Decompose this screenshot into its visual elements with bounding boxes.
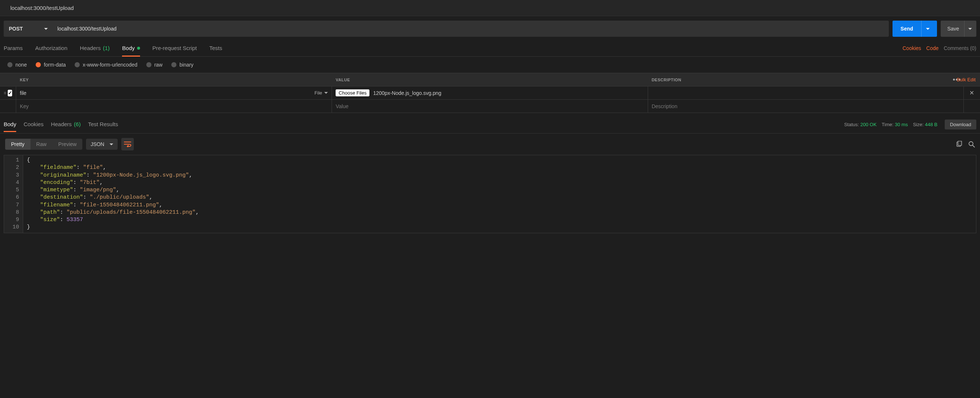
tab-tests[interactable]: Tests xyxy=(209,45,222,56)
description-placeholder: Description xyxy=(652,103,678,109)
resp-tab-test-results[interactable]: Test Results xyxy=(88,121,118,132)
chevron-down-icon xyxy=(110,144,113,145)
send-button[interactable]: Send xyxy=(892,21,937,37)
json-code[interactable]: { "fieldname": "file", "originalname": "… xyxy=(23,155,202,233)
send-button-label: Send xyxy=(900,26,913,32)
row-enable-checkbox[interactable]: ✓ xyxy=(8,90,12,96)
col-description: DESCRIPTION xyxy=(652,78,681,82)
bulk-edit-link[interactable]: Bulk Edit xyxy=(957,77,975,82)
form-data-table: KEY VALUE DESCRIPTION ••• Bulk Edit ≡ ✓ … xyxy=(0,73,980,113)
wrap-icon xyxy=(124,141,131,147)
view-mode-group: Pretty Raw Preview xyxy=(5,139,82,150)
response-tabs: Body Cookies Headers (6) Test Results St… xyxy=(0,113,980,134)
link-comments[interactable]: Comments (0) xyxy=(943,45,976,51)
svg-rect-1 xyxy=(958,141,962,145)
chevron-down-icon xyxy=(968,28,972,30)
response-body: 12345678910 { "fieldname": "file", "orig… xyxy=(4,155,976,233)
headers-count-badge: (1) xyxy=(103,45,110,51)
tab-pre-request[interactable]: Pre-request Script xyxy=(153,45,197,56)
key-placeholder: Key xyxy=(20,103,29,109)
view-raw[interactable]: Raw xyxy=(30,139,52,150)
request-url-input[interactable]: localhost:3000/testUpload xyxy=(53,21,889,37)
format-select[interactable]: JSON xyxy=(86,139,117,150)
request-tabs: Params Authorization Headers (1) Body Pr… xyxy=(0,40,980,57)
table-row: ≡ ✓ file File Choose Files 1200px-Node.j… xyxy=(0,86,980,100)
chevron-down-icon xyxy=(44,28,48,30)
tab-headers[interactable]: Headers (1) xyxy=(80,45,110,56)
save-button[interactable]: Save xyxy=(941,21,976,37)
body-type-none[interactable]: none xyxy=(7,62,27,68)
save-button-label: Save xyxy=(947,26,959,32)
link-cookies[interactable]: Cookies xyxy=(902,45,921,51)
key-type-select[interactable]: File xyxy=(314,90,328,96)
link-code[interactable]: Code xyxy=(926,45,939,51)
http-method-value: POST xyxy=(9,26,23,32)
delete-row-icon[interactable]: ✕ xyxy=(969,90,974,96)
status-value: 200 OK xyxy=(861,122,877,127)
copy-icon[interactable] xyxy=(956,141,963,147)
svg-point-2 xyxy=(969,142,973,145)
resp-tab-body[interactable]: Body xyxy=(4,121,16,132)
body-type-form-data[interactable]: form-data xyxy=(36,62,66,68)
chevron-down-icon xyxy=(324,92,328,94)
request-url-value: localhost:3000/testUpload xyxy=(57,26,116,32)
request-row: POST localhost:3000/testUpload Send Save xyxy=(0,16,980,40)
svg-line-3 xyxy=(973,145,975,147)
resp-tab-headers[interactable]: Headers (6) xyxy=(51,121,81,132)
time-label: Time: xyxy=(882,122,894,127)
table-row-new[interactable]: Key Value Description xyxy=(0,100,980,113)
tab-body[interactable]: Body xyxy=(122,45,140,56)
col-key: KEY xyxy=(16,78,332,82)
description-cell[interactable] xyxy=(648,86,964,99)
response-toolbar: Pretty Raw Preview JSON xyxy=(0,134,980,155)
view-pretty[interactable]: Pretty xyxy=(5,139,30,150)
value-cell[interactable]: Choose Files 1200px-Node.js_logo.svg.png xyxy=(332,86,648,99)
size-value: 448 B xyxy=(925,122,937,127)
key-cell[interactable]: file File xyxy=(16,86,332,99)
view-preview[interactable]: Preview xyxy=(52,139,83,150)
wrap-lines-button[interactable] xyxy=(121,138,134,150)
body-active-dot-icon xyxy=(137,47,140,50)
resp-headers-count: (6) xyxy=(74,121,81,127)
body-type-binary[interactable]: binary xyxy=(171,62,193,68)
search-icon[interactable] xyxy=(968,141,975,147)
save-dropdown[interactable] xyxy=(964,21,972,37)
tab-authorization[interactable]: Authorization xyxy=(35,45,68,56)
time-value: 30 ms xyxy=(895,122,908,127)
resp-tab-cookies[interactable]: Cookies xyxy=(24,121,43,132)
selected-filename: 1200px-Node.js_logo.svg.png xyxy=(373,90,441,96)
body-type-row: none form-data x-www-form-urlencoded raw… xyxy=(0,57,980,73)
download-button[interactable]: Download xyxy=(945,120,976,129)
send-dropdown[interactable] xyxy=(921,21,930,37)
choose-files-button[interactable]: Choose Files xyxy=(336,90,369,96)
drag-handle-icon[interactable]: ≡ xyxy=(4,91,6,96)
value-placeholder: Value xyxy=(336,103,348,109)
line-gutter: 12345678910 xyxy=(4,155,23,233)
status-label: Status: xyxy=(844,122,859,127)
http-method-select[interactable]: POST xyxy=(4,21,53,37)
body-type-raw[interactable]: raw xyxy=(146,62,163,68)
tab-params[interactable]: Params xyxy=(4,45,23,56)
size-label: Size: xyxy=(913,122,924,127)
tab-title: localhost:3000/testUpload xyxy=(0,0,980,16)
col-value: VALUE xyxy=(332,78,648,82)
body-type-xwww[interactable]: x-www-form-urlencoded xyxy=(75,62,137,68)
tab-title-text: localhost:3000/testUpload xyxy=(10,5,74,11)
chevron-down-icon xyxy=(926,28,930,30)
